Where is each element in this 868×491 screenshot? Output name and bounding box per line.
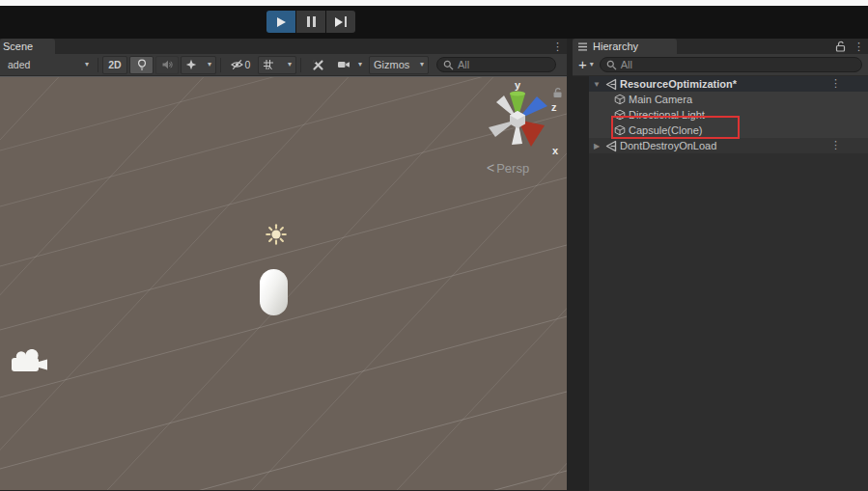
scene-menu-icon[interactable]: ⋮ <box>552 40 563 53</box>
play-icon <box>277 17 286 27</box>
hierarchy-row-dontdestroyonload[interactable]: ▶ DontDestroyOnLoad ⋮ <box>589 138 868 153</box>
scene-search-input[interactable]: All <box>436 57 556 72</box>
draw-mode-label: aded <box>8 59 30 70</box>
tools-wrench-icon <box>312 59 324 71</box>
persp-label: Persp <box>496 161 529 176</box>
grid-icon <box>263 59 274 70</box>
scene-panel: Scene ⋮ aded ▾ 2D <box>0 39 567 491</box>
gizmo-lock-icon[interactable] <box>552 87 563 98</box>
audio-toggle-button[interactable] <box>155 56 179 74</box>
hierarchy-tab-bar: Hierarchy ⋮ <box>573 39 868 54</box>
chevron-down-icon: ▾ <box>420 61 424 68</box>
lock-open-icon[interactable] <box>835 41 846 52</box>
scene-search-value: All <box>458 59 469 70</box>
effects-star-icon <box>185 59 197 70</box>
tab-hierarchy[interactable]: Hierarchy <box>573 39 677 54</box>
play-button[interactable] <box>266 11 295 33</box>
grid-visibility-dropdown[interactable]: ▾ <box>258 56 296 74</box>
scene-viewport[interactable]: y z x <Persp <box>0 76 567 490</box>
hierarchy-gutter <box>573 76 589 491</box>
pause-button[interactable] <box>296 11 325 33</box>
toggle-2d-button[interactable]: 2D <box>102 56 127 74</box>
foldout-closed-icon[interactable]: ▶ <box>592 142 602 150</box>
chevron-down-icon: ▾ <box>288 61 292 68</box>
video-camera-icon <box>337 59 350 70</box>
scene-toolbar: aded ▾ 2D <box>0 54 567 76</box>
light-bulb-icon <box>136 59 148 71</box>
chevron-down-icon: ▾ <box>208 61 211 68</box>
hierarchy-row-main-camera[interactable]: Main Camera <box>589 92 868 107</box>
ddol-row-menu-icon[interactable]: ⋮ <box>830 139 841 151</box>
axis-x-label: x <box>552 145 559 156</box>
scene-tab-label: Scene <box>3 41 33 52</box>
eye-off-icon <box>231 59 243 70</box>
directional-light-gizmo[interactable] <box>265 223 288 246</box>
main-toolbar <box>0 6 868 39</box>
tab-scene[interactable]: Scene <box>0 39 55 54</box>
hierarchy-row-capsule-clone[interactable]: Capsule(Clone) <box>589 123 868 138</box>
speaker-icon <box>161 59 173 70</box>
search-icon <box>443 60 454 70</box>
cube-icon <box>614 124 626 136</box>
capsule-object[interactable] <box>260 269 288 315</box>
scene-name: ResourceOptimization* <box>620 78 737 90</box>
scene-tab-bar: Scene ⋮ <box>0 39 567 54</box>
camera-settings-dropdown[interactable]: ▾ <box>332 56 367 74</box>
hierarchy-toolbar: + ▾ All <box>573 54 868 76</box>
camera-gizmo[interactable] <box>8 349 56 388</box>
cube-icon <box>614 109 626 121</box>
chevron-down-icon: ▾ <box>358 61 362 68</box>
effects-dropdown-button[interactable]: ▾ <box>181 56 216 74</box>
hierarchy-menu-icon[interactable]: ⋮ <box>854 40 864 53</box>
plus-icon: + <box>578 58 587 71</box>
pause-icon <box>307 16 316 27</box>
play-controls <box>266 11 355 33</box>
step-icon <box>335 17 343 27</box>
perspective-indicator[interactable]: <Persp <box>487 160 529 176</box>
hierarchy-row-directional-light[interactable]: Directional Light <box>589 107 868 123</box>
hierarchy-content: ▼ ResourceOptimization* ⋮ <box>573 76 868 491</box>
search-icon <box>606 60 617 70</box>
hidden-objects-button[interactable]: 0 <box>225 56 256 74</box>
unity-scene-icon <box>604 140 617 152</box>
chevron-down-icon: ▾ <box>85 61 89 68</box>
hierarchy-search-value: All <box>621 59 632 70</box>
foldout-open-icon[interactable]: ▼ <box>592 80 602 89</box>
cube-icon <box>614 94 626 105</box>
persp-axis-icon: < <box>487 160 494 176</box>
axis-z-label: z <box>551 101 557 113</box>
component-tools-button[interactable] <box>305 56 330 74</box>
gizmos-dropdown[interactable]: Gizmos ▾ <box>369 56 429 74</box>
lighting-toggle-button[interactable] <box>129 56 154 74</box>
unity-scene-icon <box>604 78 617 91</box>
chevron-down-icon: ▾ <box>590 61 594 68</box>
hierarchy-row-scene[interactable]: ▼ ResourceOptimization* ⋮ <box>589 76 868 92</box>
hidden-count: 0 <box>245 59 251 70</box>
step-button[interactable] <box>326 11 355 33</box>
hierarchy-panel: Hierarchy ⋮ + ▾ All <box>573 39 868 491</box>
axis-y-label: y <box>515 79 521 91</box>
create-object-button[interactable]: + ▾ <box>578 58 594 71</box>
hierarchy-list-icon <box>577 41 588 52</box>
gizmos-label: Gizmos <box>374 59 409 70</box>
scene-row-menu-icon[interactable]: ⋮ <box>830 77 841 90</box>
hierarchy-search-input[interactable]: All <box>600 57 862 72</box>
draw-mode-dropdown[interactable]: aded ▾ <box>3 56 94 74</box>
hierarchy-tab-label: Hierarchy <box>593 41 638 52</box>
